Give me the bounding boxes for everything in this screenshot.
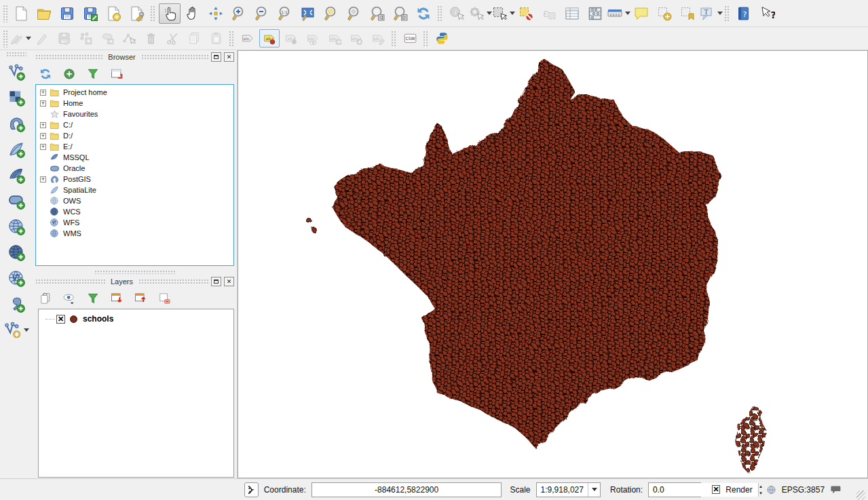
copy-features-button[interactable] xyxy=(184,29,204,47)
collapse-all-button[interactable] xyxy=(133,291,148,306)
save-layer-edits-button[interactable] xyxy=(54,29,74,47)
layer-name[interactable]: schools xyxy=(83,314,113,324)
chevron-down-icon[interactable] xyxy=(26,37,31,40)
chevron-down-icon[interactable] xyxy=(717,12,723,15)
manage-layer-visibility-button[interactable] xyxy=(62,291,77,306)
messages-bubble-icon[interactable] xyxy=(830,484,842,496)
browser-item-ows[interactable]: OWS xyxy=(36,195,233,206)
show-layout-manager-button[interactable] xyxy=(126,3,147,24)
add-spatialite-layer-button[interactable] xyxy=(3,137,29,161)
rotation-spinbox[interactable]: ▲ ▼ xyxy=(648,482,701,497)
browser-item-spatialite[interactable]: SpatiaLite xyxy=(36,185,233,195)
expand-icon[interactable]: + xyxy=(40,144,46,150)
layer-labeling-options-button[interactable]: abc xyxy=(238,29,258,47)
spin-down-button[interactable]: ▼ xyxy=(759,490,763,497)
help-contents-button[interactable]: ? xyxy=(733,3,755,24)
cut-features-button[interactable] xyxy=(162,29,183,47)
map-canvas[interactable] xyxy=(238,50,868,478)
pan-to-selection-button[interactable] xyxy=(205,3,227,24)
zoom-to-layer-button[interactable] xyxy=(343,3,365,24)
add-selected-layers-button[interactable] xyxy=(62,66,77,81)
current-edits-button[interactable] xyxy=(10,29,31,47)
refresh-map-button[interactable] xyxy=(413,3,434,24)
new-bookmark-button[interactable] xyxy=(654,3,675,24)
move-label-button[interactable]: abc xyxy=(324,29,345,47)
statistical-summary-button[interactable] xyxy=(584,3,606,24)
toolbar-handle[interactable] xyxy=(3,30,8,47)
measure-button[interactable] xyxy=(607,3,629,24)
toggle-editing-button[interactable] xyxy=(32,29,52,47)
zoom-full-button[interactable] xyxy=(297,3,319,24)
browser-item-c[interactable]: +C:/ xyxy=(36,119,233,130)
expand-icon[interactable]: + xyxy=(40,133,46,139)
show-hide-labels-button[interactable]: abc xyxy=(303,29,323,47)
change-label-properties-button[interactable]: abc xyxy=(368,29,388,47)
browser-item-wms[interactable]: WMS xyxy=(36,228,233,239)
open-project-button[interactable] xyxy=(33,3,55,24)
run-feature-action-button[interactable] xyxy=(469,3,491,24)
scale-combobox[interactable]: 1:9,918,027 xyxy=(536,482,601,497)
deselect-features-button[interactable] xyxy=(515,3,537,24)
coordinate-input[interactable] xyxy=(312,482,502,497)
highlight-pinned-labels-button[interactable]: ab xyxy=(281,29,301,47)
new-shapefile-layer-button[interactable] xyxy=(3,318,29,342)
browser-item-postgis[interactable]: +PostGIS xyxy=(36,174,233,185)
open-attribute-table-button[interactable] xyxy=(561,3,583,24)
vertex-tool-button[interactable] xyxy=(119,29,139,47)
zoom-to-selection-button[interactable] xyxy=(320,3,342,24)
expand-icon[interactable]: + xyxy=(40,122,46,128)
chevron-down-icon[interactable] xyxy=(24,328,29,332)
browser-item-oracle[interactable]: Oracle xyxy=(36,163,233,174)
save-project-as-button[interactable] xyxy=(79,3,101,24)
browser-item-d[interactable]: +D:/ xyxy=(36,130,233,141)
new-project-button[interactable] xyxy=(10,3,32,24)
select-by-expression-button[interactable]: ε xyxy=(538,3,560,24)
metasearch-csw-button[interactable]: CSW xyxy=(400,29,420,47)
toolbar-handle[interactable] xyxy=(6,52,26,57)
browser-item-wfs[interactable]: WFS xyxy=(36,217,233,228)
resize-grip[interactable] xyxy=(856,491,865,500)
browser-item-e[interactable]: +E:/ xyxy=(36,141,233,152)
zoom-last-button[interactable] xyxy=(366,3,388,24)
layers-float-button[interactable] xyxy=(211,277,221,286)
zoom-native-button[interactable]: 1:1 xyxy=(274,3,296,24)
spin-up-button[interactable]: ▲ xyxy=(759,483,763,490)
add-wcs-layer-button[interactable] xyxy=(3,240,29,265)
browser-float-button[interactable] xyxy=(211,52,221,62)
browser-close-button[interactable]: ✕ xyxy=(224,52,234,62)
browser-item-home[interactable]: +Home xyxy=(36,98,233,109)
open-layer-styling-button[interactable] xyxy=(38,291,53,306)
layers-close-button[interactable]: ✕ xyxy=(224,277,234,286)
render-checkbox[interactable]: ✕ xyxy=(712,485,720,494)
chevron-down-icon[interactable] xyxy=(625,12,630,15)
crs-globe-icon[interactable] xyxy=(766,484,776,495)
zoom-out-button[interactable] xyxy=(251,3,273,24)
add-wfs-layer-button[interactable] xyxy=(3,266,29,290)
layer-row-schools[interactable]: ✕schools xyxy=(39,312,233,326)
pin-unpin-labels-button[interactable]: ab xyxy=(259,29,280,47)
toolbar-handle[interactable] xyxy=(3,5,8,22)
browser-item-project-home[interactable]: +Project home xyxy=(36,87,233,98)
expand-icon[interactable]: + xyxy=(40,176,46,182)
extent-tracking-button[interactable] xyxy=(244,482,259,497)
zoom-next-button[interactable] xyxy=(390,3,411,24)
properties-widget-button[interactable] xyxy=(109,66,124,81)
browser-item-wcs[interactable]: WCS xyxy=(36,206,233,217)
map-tips-button[interactable] xyxy=(630,3,652,24)
show-bookmarks-button[interactable] xyxy=(677,3,698,24)
filter-browser-button[interactable] xyxy=(86,66,100,81)
chevron-down-icon[interactable] xyxy=(510,12,515,15)
layer-visibility-checkbox[interactable]: ✕ xyxy=(56,315,65,324)
filter-legend-button[interactable] xyxy=(86,291,100,306)
add-postgis-layer-button[interactable] xyxy=(3,111,29,136)
touch-zoom-pan-button[interactable] xyxy=(159,3,181,24)
crs-status[interactable]: EPSG:3857 xyxy=(782,485,825,495)
whats-this-button[interactable]: ? xyxy=(756,3,778,24)
text-annotation-button[interactable]: T xyxy=(700,3,721,24)
paste-features-button[interactable] xyxy=(206,29,226,47)
add-feature-button[interactable] xyxy=(75,29,96,47)
expand-icon[interactable]: + xyxy=(40,100,46,107)
add-wms-layer-button[interactable] xyxy=(3,214,29,239)
add-raster-layer-button[interactable] xyxy=(3,85,29,110)
python-console-button[interactable] xyxy=(432,29,452,47)
